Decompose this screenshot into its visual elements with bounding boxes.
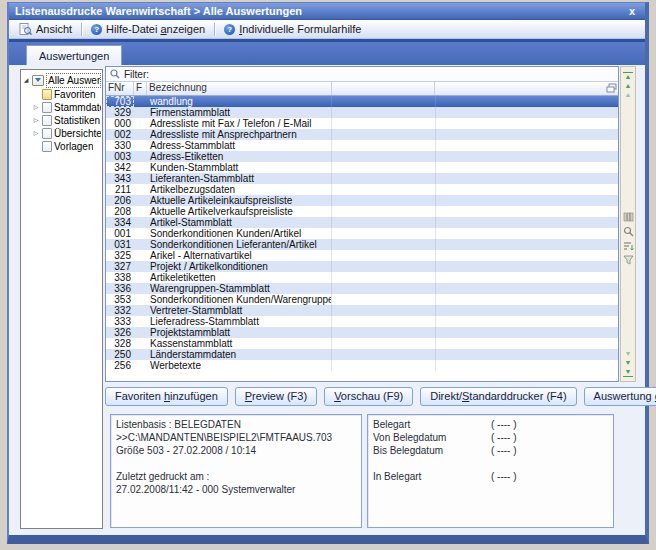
tree-expander-icon[interactable]: ▷ xyxy=(32,127,40,140)
info-line: Listenbasis : BELEGDATEN xyxy=(116,418,356,431)
table-row[interactable]: 333Lieferadress-Stammblatt xyxy=(106,316,618,327)
tree-item-label: Statistiken xyxy=(54,114,100,127)
table-row[interactable]: 208Aktuelle Artikelverkaufspreisliste xyxy=(106,206,618,217)
scroll-up-group: ▲ ▲ ▲ xyxy=(621,72,635,99)
parameter-value: ( ---- ) xyxy=(491,418,517,431)
table-row[interactable]: 002Adressliste mit Ansprechpartnern xyxy=(106,129,618,140)
cell-filler xyxy=(436,206,618,217)
direct-printer-f4-button[interactable]: Direkt/Standarddrucker (F4) xyxy=(420,387,576,406)
table-row[interactable]: 336Warengruppen-Stammblatt xyxy=(106,283,618,294)
cell-empty xyxy=(332,239,436,250)
scroll-up-icon[interactable]: ▲ xyxy=(623,82,633,90)
columns-icon[interactable] xyxy=(623,212,634,222)
cell-fnr: 002 xyxy=(106,129,134,140)
scroll-down-page-icon[interactable]: ▼ xyxy=(623,350,633,358)
cell-filler xyxy=(436,195,618,206)
table-row[interactable]: 003Adress-Etiketten xyxy=(106,151,618,162)
cell-filler xyxy=(436,151,618,162)
search-icon[interactable] xyxy=(623,226,634,237)
folder-page-icon xyxy=(42,102,52,113)
cell-fnr: 333 xyxy=(106,316,134,327)
scroll-down-icon[interactable]: ▼ xyxy=(623,359,633,367)
column-chooser-icon[interactable] xyxy=(606,83,617,93)
cell-empty xyxy=(332,338,436,349)
scroll-up-page-icon[interactable]: ▲ xyxy=(623,91,633,99)
table-row[interactable]: 342Kunden-Stammblatt xyxy=(106,162,618,173)
cell-filler xyxy=(436,316,618,327)
table-row[interactable]: 343Lieferanten-Stammblatt xyxy=(106,173,618,184)
tree-expander-icon[interactable]: ▷ xyxy=(32,101,40,114)
column-header-f[interactable]: F xyxy=(134,82,147,95)
table-row[interactable]: 325Arikel - Alternativartikel xyxy=(106,250,618,261)
table-row[interactable]: 001Sonderkonditionen Kunden/Artikel xyxy=(106,228,618,239)
help-file-button[interactable]: ? Hilfe-Datei anzeigen xyxy=(85,22,211,36)
sort-icon[interactable] xyxy=(623,241,634,251)
cell-bezeichnung: Artikelbezugsdaten xyxy=(147,184,332,195)
cell-empty xyxy=(332,316,436,327)
filter-funnel-icon[interactable] xyxy=(623,255,634,265)
grid-filter-row[interactable]: Filter: xyxy=(106,67,618,82)
parameter-row: Von Belegdatum( ---- ) xyxy=(373,431,608,444)
table-row[interactable]: 031Sonderkonditionen Lieferanten/Artikel xyxy=(106,239,618,250)
cell-filler xyxy=(436,96,618,107)
table-row[interactable]: 329Firmenstammblatt xyxy=(106,107,618,118)
vorschau-f9-button[interactable]: Vorschau (F9) xyxy=(324,387,413,406)
tree-item-stammdaten[interactable]: ▷Stammdaten xyxy=(22,101,101,114)
table-row[interactable]: 334Artikel-Stammblatt xyxy=(106,217,618,228)
cell-bezeichnung: Sonderkonditionen Kunden/Artikel xyxy=(147,228,332,239)
table-row[interactable]: 703wandlung xyxy=(106,96,618,107)
table-row[interactable]: 330Adress-Stammblatt xyxy=(106,140,618,151)
cell-filler xyxy=(436,173,618,184)
tree-item-vorlagen[interactable]: Vorlagen xyxy=(22,140,101,153)
cell-empty xyxy=(332,283,436,294)
scroll-to-bottom-icon[interactable]: ▼ xyxy=(623,368,633,377)
table-row[interactable]: 338Artikeletiketten xyxy=(106,272,618,283)
cell-f xyxy=(134,206,147,217)
table-row[interactable]: 211Artikelbezugsdaten xyxy=(106,184,618,195)
tree-item-favoriten[interactable]: Favoriten xyxy=(22,88,101,101)
cell-fnr: 031 xyxy=(106,239,134,250)
column-header-fnr[interactable]: FNr xyxy=(106,82,134,95)
preview-page-icon xyxy=(19,23,32,35)
close-icon[interactable]: x xyxy=(625,5,639,17)
cell-f xyxy=(134,96,147,107)
cell-fnr: 327 xyxy=(106,261,134,272)
cell-f xyxy=(134,195,147,206)
help-icon: ? xyxy=(224,24,235,35)
cell-bezeichnung: Aktuelle Artikeleinkaufspreisliste xyxy=(147,195,332,206)
cell-f xyxy=(134,272,147,283)
tree-item-alle-auswertungen[interactable]: ◢ Alle Auswertungen xyxy=(22,73,101,88)
tree-expander-icon[interactable]: ▷ xyxy=(32,114,40,127)
cell-empty xyxy=(332,151,436,162)
cell-f xyxy=(134,261,147,272)
tab-auswertungen[interactable]: Auswertungen xyxy=(26,45,122,65)
table-row[interactable]: 332Vertreter-Stammblatt xyxy=(106,305,618,316)
table-row[interactable]: 000Adressliste mit Fax / Telefon / E-Mai… xyxy=(106,118,618,129)
table-row[interactable]: 353Sonderkonditionen Kunden/Warengruppe xyxy=(106,294,618,305)
table-row[interactable]: 250Länderstammdaten xyxy=(106,349,618,360)
tree-item-statistiken[interactable]: ▷Statistiken xyxy=(22,114,101,127)
cell-fnr: 332 xyxy=(106,305,134,316)
add-favorites-button[interactable]: Favoriten hinzufügen xyxy=(105,387,228,406)
form-help-button[interactable]: ? Individuelle Formularhilfe xyxy=(218,22,367,36)
column-header-empty[interactable] xyxy=(332,82,435,95)
tree-item-übersichten[interactable]: ▷Übersichten xyxy=(22,127,101,140)
scroll-to-top-icon[interactable]: ▲ xyxy=(623,72,633,81)
column-header-bezeichnung[interactable]: Bezeichnung xyxy=(147,82,332,95)
print-report-button[interactable]: Auswertung drucken xyxy=(584,387,656,406)
ansicht-button[interactable]: Ansicht xyxy=(13,22,78,36)
table-row[interactable]: 256Werbetexte xyxy=(106,360,618,371)
cell-fnr: 343 xyxy=(106,173,134,184)
table-row[interactable]: 327Projekt / Artikelkonditionen xyxy=(106,261,618,272)
cell-filler xyxy=(436,261,618,272)
table-row[interactable]: 206Aktuelle Artikeleinkaufspreisliste xyxy=(106,195,618,206)
cell-f xyxy=(134,349,147,360)
cell-filler xyxy=(436,305,618,316)
cell-filler xyxy=(436,338,618,349)
table-row[interactable]: 326Projektstammblatt xyxy=(106,327,618,338)
preview-f3-button[interactable]: Preview (F3) xyxy=(235,387,317,406)
table-row[interactable]: 328Kassenstammblatt xyxy=(106,338,618,349)
cell-empty xyxy=(332,140,436,151)
tree-expanded-icon[interactable]: ◢ xyxy=(22,74,30,87)
toolbar-separator xyxy=(81,23,82,36)
